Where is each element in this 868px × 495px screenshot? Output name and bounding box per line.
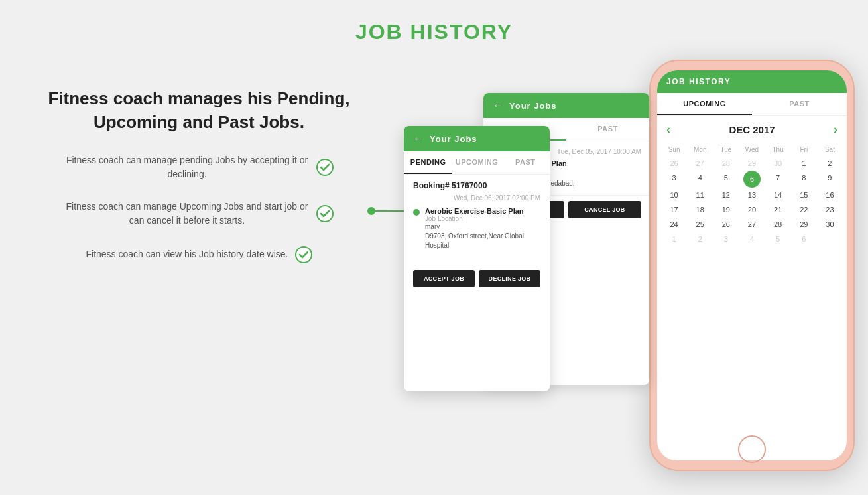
cal-day[interactable]: 10 (661, 188, 687, 202)
calendar-month-label: DEC 2017 (729, 124, 775, 135)
cal-day[interactable]: 28 (765, 217, 791, 232)
main-heading: Fitness coach manages his Pending, Upcom… (40, 86, 358, 135)
cal-day[interactable]: 7 (765, 171, 791, 188)
left-section: Fitness coach manages his Pending, Upcom… (40, 86, 358, 282)
cal-day[interactable]: 1 (791, 156, 817, 171)
cal-day[interactable]: 28 (713, 156, 739, 171)
cal-day[interactable]: 5 (765, 232, 791, 246)
phones-container: JOB HISTORY UPCOMING PAST ‹ DEC 2017 › S… (391, 40, 868, 491)
cal-day[interactable]: 6 (791, 232, 817, 246)
feature-text-3: Fitness coach can view his Job history d… (86, 248, 288, 261)
booking-id: Booking# 51767000 (413, 181, 540, 190)
cal-day[interactable]: 26 (713, 217, 739, 232)
cal-day[interactable]: 4 (739, 232, 765, 246)
cal-prev[interactable]: ‹ (666, 123, 670, 137)
cal-day[interactable]: 26 (661, 156, 687, 171)
tab-past-front[interactable]: PAST (501, 151, 550, 174)
cal-day[interactable]: 9 (817, 171, 843, 188)
cal-day[interactable]: 24 (661, 217, 687, 232)
cal-day[interactable]: 20 (739, 202, 765, 217)
phone-frame: JOB HISTORY UPCOMING PAST ‹ DEC 2017 › S… (649, 60, 855, 471)
cal-day[interactable]: 29 (791, 217, 817, 232)
cal-day[interactable]: 13 (739, 188, 765, 202)
cal-day[interactable]: 15 (791, 188, 817, 202)
tab-upcoming-calendar[interactable]: UPCOMING (657, 93, 752, 115)
cal-next[interactable]: › (834, 123, 837, 137)
cal-day[interactable]: 19 (713, 202, 739, 217)
cal-day[interactable]: 29 (739, 156, 765, 171)
job-info-row: Aerobic Exercise-Basic Plan Job Location… (413, 207, 540, 250)
cal-day[interactable]: 22 (791, 202, 817, 217)
cal-day[interactable]: 30 (765, 156, 791, 171)
check-icon-1 (316, 159, 334, 176)
decline-job-button[interactable]: DECLINE JOB (479, 270, 540, 287)
middle-screen-header: ← Your Jobs (483, 93, 649, 118)
feature-text-2: Fitness coach can manage Upcoming Jobs a… (64, 200, 310, 228)
feature-item-1: Fitness coach can manage pending Jobs by… (40, 153, 358, 181)
front-header-title: Your Jobs (430, 134, 477, 144)
job-address: D9703, Oxford street,Near Global Hospita… (425, 232, 540, 250)
middle-back-arrow-icon[interactable]: ← (493, 100, 504, 111)
tab-past-middle[interactable]: PAST (566, 118, 649, 141)
calendar-tabs-row: UPCOMING PAST (657, 93, 847, 116)
cal-day[interactable]: 27 (687, 156, 713, 171)
cal-day[interactable]: 27 (739, 217, 765, 232)
day-header-tue: Tue (713, 143, 739, 156)
job-details: Aerobic Exercise-Basic Plan Job Location… (425, 207, 540, 250)
green-dot-icon (413, 209, 420, 216)
cal-day[interactable]: 11 (687, 188, 713, 202)
cal-day[interactable]: 25 (687, 217, 713, 232)
tab-pending-front[interactable]: PENDING (404, 151, 452, 174)
cal-day[interactable]: 3 (661, 171, 687, 188)
cal-day[interactable]: 8 (791, 171, 817, 188)
screen-calendar: JOB HISTORY UPCOMING PAST ‹ DEC 2017 › S… (657, 70, 847, 460)
job-name: Aerobic Exercise-Basic Plan (425, 207, 540, 215)
front-tabs-row: PENDING UPCOMING PAST (404, 151, 550, 175)
day-header-mon: Mon (687, 143, 713, 156)
cal-day[interactable]: 5 (713, 171, 739, 188)
day-header-sun: Sun (661, 143, 687, 156)
check-icon-3 (295, 246, 312, 263)
feature-item-3: Fitness coach can view his Job history d… (40, 246, 358, 263)
cancel-job-button[interactable]: CANCEL JOB (568, 201, 641, 218)
svg-point-0 (317, 159, 333, 175)
cal-day[interactable]: 21 (765, 202, 791, 217)
calendar-grid: 26 27 28 29 30 1 2 3 4 5 6 7 8 9 10 (657, 156, 847, 246)
cal-day[interactable]: 2 (817, 156, 843, 171)
cal-day[interactable]: 14 (765, 188, 791, 202)
middle-header-title: Your Jobs (509, 101, 557, 111)
cal-day[interactable]: 12 (713, 188, 739, 202)
day-header-thu: Thu (765, 143, 791, 156)
cal-day[interactable]: 1 (661, 232, 687, 246)
cal-day[interactable]: 2 (687, 232, 713, 246)
feature-item-2: Fitness coach can manage Upcoming Jobs a… (40, 200, 358, 228)
tab-past-calendar[interactable]: PAST (752, 93, 847, 115)
job-location-name: mary (425, 222, 540, 232)
svg-point-2 (296, 247, 312, 263)
cal-day[interactable]: 16 (817, 188, 843, 202)
front-back-arrow-icon[interactable]: ← (413, 133, 424, 145)
job-date: Wed, Dec 06, 2017 02:00 PM (413, 194, 540, 202)
job-location-label: Job Location (425, 215, 540, 222)
cal-day[interactable]: 17 (661, 202, 687, 217)
phone-home-button[interactable] (738, 435, 766, 463)
cal-day[interactable]: 23 (817, 202, 843, 217)
front-screen-header: ← Your Jobs (404, 126, 550, 151)
accept-job-button[interactable]: ACCEPT JOB (413, 270, 475, 287)
tab-upcoming-front[interactable]: UPCOMING (452, 151, 501, 174)
cal-day-today[interactable]: 6 (743, 171, 761, 188)
cal-day[interactable]: 3 (713, 232, 739, 246)
cal-day[interactable]: 18 (687, 202, 713, 217)
feature-text-1: Fitness coach can manage pending Jobs by… (64, 153, 310, 181)
calendar-header-title: JOB HISTORY (666, 77, 731, 86)
day-header-sat: Sat (817, 143, 843, 156)
day-header-wed: Wed (739, 143, 765, 156)
day-header-fri: Fri (791, 143, 817, 156)
cal-day[interactable] (817, 232, 843, 246)
cal-day[interactable]: 4 (687, 171, 713, 188)
cal-day[interactable]: 30 (817, 217, 843, 232)
pending-action-buttons: ACCEPT JOB DECLINE JOB (404, 263, 550, 294)
calendar-screen-header: JOB HISTORY (657, 70, 847, 93)
screen-front: ← Your Jobs PENDING UPCOMING PAST Bookin… (404, 126, 550, 391)
phone-screen: JOB HISTORY UPCOMING PAST ‹ DEC 2017 › S… (657, 70, 847, 460)
